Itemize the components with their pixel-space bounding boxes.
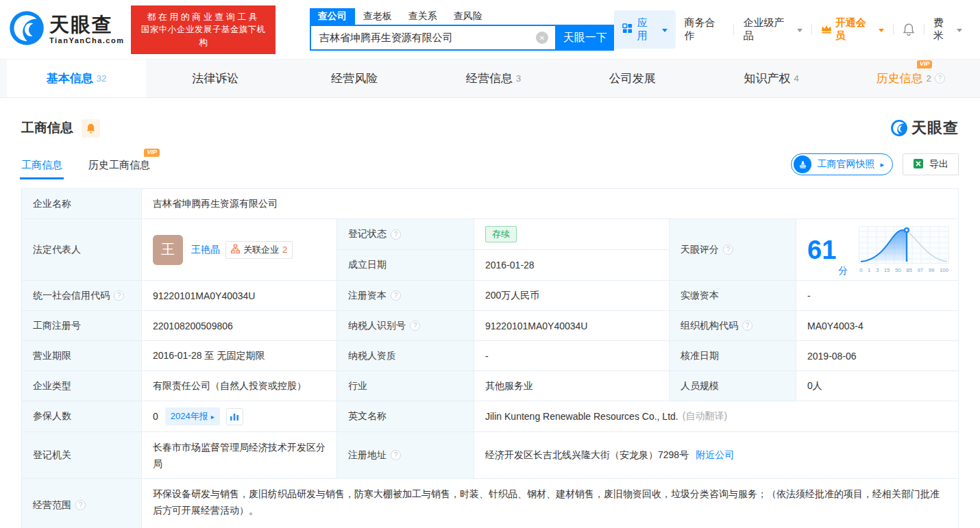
tianyancha-logo-icon bbox=[890, 119, 908, 137]
promo-banner: 都在用的商业查询工具 国家中小企业发展子基金旗下机构 bbox=[131, 5, 275, 54]
arrow-right-icon: ▸ bbox=[880, 160, 884, 169]
main-content: 工商信息 天眼查 工商信息 历史工商信息 VIP bbox=[0, 118, 980, 528]
search-input-wrap: ✕ bbox=[310, 25, 556, 51]
help-icon[interactable]: ? bbox=[114, 290, 124, 301]
avatar[interactable]: 王 bbox=[153, 235, 183, 265]
legal-rep-name-link[interactable]: 王艳晶 bbox=[191, 244, 220, 256]
apps-menu[interactable]: 应用 bbox=[614, 10, 676, 49]
tab-label: 法律诉讼 bbox=[192, 71, 238, 86]
tab-label: 历史信息 bbox=[876, 72, 922, 85]
official-snapshot-button[interactable]: 工商官网快照 ▸ bbox=[791, 153, 893, 175]
related-companies-badge[interactable]: 关联企业 2 bbox=[225, 241, 293, 259]
subscribe-bell-button[interactable] bbox=[82, 119, 100, 138]
tianyancha-company-page: 天眼查 TianYanCha.com 都在用的商业查询工具 国家中小企业发展子基… bbox=[0, 0, 980, 528]
tab-history-info[interactable]: 历史信息 VIP 2 ? bbox=[841, 60, 980, 97]
help-icon[interactable]: ? bbox=[391, 290, 401, 301]
search-tab-company[interactable]: 查公司 bbox=[310, 8, 355, 25]
field-value-taxpayer-quality: - bbox=[474, 341, 670, 371]
search-row: ✕ 天眼一下 bbox=[310, 25, 614, 51]
export-button[interactable]: 导出 bbox=[903, 153, 959, 175]
menu-open-vip[interactable]: 开通会员 bbox=[821, 16, 884, 42]
clear-icon[interactable]: ✕ bbox=[536, 32, 548, 44]
address-text: 经济开发区长吉北线兴隆大街（安龙泉）7298号 bbox=[485, 449, 689, 462]
snapshot-label: 工商官网快照 bbox=[817, 158, 874, 171]
field-value-reg-number: 220108200509806 bbox=[142, 311, 337, 341]
header-menu: 应用 商务合作 企业级产品 开通会员 费米 bbox=[614, 10, 962, 49]
auto-translate-note: (自动翻译) bbox=[683, 410, 727, 423]
chevron-down-icon bbox=[797, 29, 803, 32]
help-icon[interactable]: ? bbox=[391, 450, 401, 460]
tab-operation-info[interactable]: 经营信息 3 bbox=[424, 60, 563, 97]
nearby-companies-link[interactable]: 附近公司 bbox=[696, 449, 734, 462]
search-tab-risk[interactable]: 查风险 bbox=[445, 8, 491, 25]
help-icon[interactable]: ? bbox=[75, 500, 86, 510]
field-value-score: 61 分 bbox=[796, 219, 958, 281]
field-value-establish-date: 2016-01-28 bbox=[474, 250, 670, 281]
help-icon[interactable]: ? bbox=[391, 229, 401, 240]
subtab-row: 工商信息 历史工商信息 VIP 工商官网快照 ▸ bbox=[21, 153, 959, 179]
tab-operation-risk[interactable]: 经营风险 bbox=[285, 60, 424, 97]
search-area: 查公司 查老板 查关系 查风险 ✕ 天眼一下 bbox=[310, 8, 614, 51]
field-value-reg-status: 存续 bbox=[474, 219, 670, 250]
field-value-org-code: MA0Y4003-4 bbox=[796, 311, 958, 341]
field-label-score: 天眼评分? bbox=[670, 219, 796, 281]
tab-legal-litigation[interactable]: 法律诉讼 bbox=[146, 60, 285, 97]
bell-icon bbox=[86, 123, 96, 134]
related-count: 2 bbox=[282, 244, 287, 255]
field-value-reg-authority: 长春市市场监督管理局经济技术开发区分局 bbox=[142, 432, 337, 479]
field-value-paid-capital: - bbox=[796, 281, 958, 311]
tab-count: 4 bbox=[794, 73, 799, 84]
search-input[interactable] bbox=[311, 32, 555, 44]
vip-badge: VIP bbox=[917, 60, 933, 68]
field-label-reg-authority: 登记机关 bbox=[22, 432, 142, 479]
subtab-business-info[interactable]: 工商信息 bbox=[21, 159, 62, 179]
notification-bell[interactable] bbox=[903, 23, 915, 36]
user-menu[interactable]: 费米 bbox=[933, 16, 962, 42]
field-value-reg-address: 经济开发区长吉北线兴隆大街（安龙泉）7298号 附近公司 bbox=[474, 432, 958, 479]
search-button[interactable]: 天眼一下 bbox=[556, 25, 614, 51]
tab-intellectual-property[interactable]: 知识产权 4 bbox=[702, 60, 841, 97]
field-value-insured: 0 2024年报 ▸ bbox=[142, 401, 337, 432]
tianyancha-watermark: 天眼查 bbox=[890, 118, 959, 138]
help-icon[interactable]: ? bbox=[935, 73, 945, 84]
field-label-business-scope: 经营范围? bbox=[22, 479, 142, 528]
help-icon[interactable]: ? bbox=[410, 320, 420, 331]
menu-enterprise[interactable]: 企业级产品 bbox=[743, 16, 802, 42]
open-vip-label: 开通会员 bbox=[835, 16, 875, 42]
field-label-reg-address: 注册地址? bbox=[337, 432, 474, 479]
org-network-icon bbox=[231, 244, 240, 255]
chevron-down-icon bbox=[957, 29, 962, 32]
search-tab-relation[interactable]: 查关系 bbox=[400, 8, 445, 25]
tab-basic-info[interactable]: 基本信息 32 bbox=[7, 60, 146, 97]
field-value-credit-code: 91220101MA0Y40034U bbox=[142, 281, 337, 311]
field-label-reg-number: 工商注册号 bbox=[22, 311, 142, 341]
enterprise-label: 企业级产品 bbox=[743, 16, 793, 42]
field-value-business-term: 2016-01-28 至 无固定期限 bbox=[142, 341, 337, 371]
menu-cooperation[interactable]: 商务合作 bbox=[685, 16, 725, 42]
promo-line2: 国家中小企业发展子基金旗下机构 bbox=[137, 23, 269, 49]
field-label-staff-size: 人员规模 bbox=[670, 371, 796, 401]
vip-badge: VIP bbox=[144, 149, 160, 157]
help-icon[interactable]: ? bbox=[723, 244, 733, 255]
header: 天眼查 TianYanCha.com 都在用的商业查询工具 国家中小企业发展子基… bbox=[0, 0, 980, 59]
search-tab-boss[interactable]: 查老板 bbox=[355, 8, 400, 25]
tab-company-development[interactable]: 公司发展 bbox=[563, 60, 702, 97]
logo-title: 天眼查 bbox=[49, 14, 124, 35]
field-value-company-name: 吉林省坤腾再生资源有限公司 bbox=[142, 189, 958, 219]
score-distribution-chart: 0131550859799100 bbox=[859, 226, 949, 273]
field-label-reg-status: 登记状态? bbox=[337, 219, 474, 250]
help-icon[interactable]: ? bbox=[742, 320, 752, 331]
tianyancha-logo[interactable]: 天眼查 TianYanCha.com bbox=[8, 10, 124, 49]
report-tag-label: 2024年报 bbox=[171, 410, 208, 423]
field-label-business-term: 营业期限 bbox=[22, 341, 142, 371]
tab-label: 经营风险 bbox=[331, 71, 378, 86]
field-label-company-name: 企业名称 bbox=[22, 189, 142, 219]
subtab-history-business-info[interactable]: 历史工商信息 VIP bbox=[88, 159, 150, 179]
insured-trend-button[interactable] bbox=[226, 408, 243, 425]
field-label-english-name: 英文名称 bbox=[337, 401, 474, 432]
business-info-table: 企业名称 吉林省坤腾再生资源有限公司 法定代表人 王 王艳晶 关联企业 2 登记… bbox=[21, 188, 959, 528]
tab-label: 经营信息 bbox=[466, 71, 513, 86]
tianyancha-logo-text: 天眼查 TianYanCha.com bbox=[49, 14, 124, 45]
annual-report-tag[interactable]: 2024年报 ▸ bbox=[165, 407, 220, 425]
divider bbox=[811, 24, 812, 35]
